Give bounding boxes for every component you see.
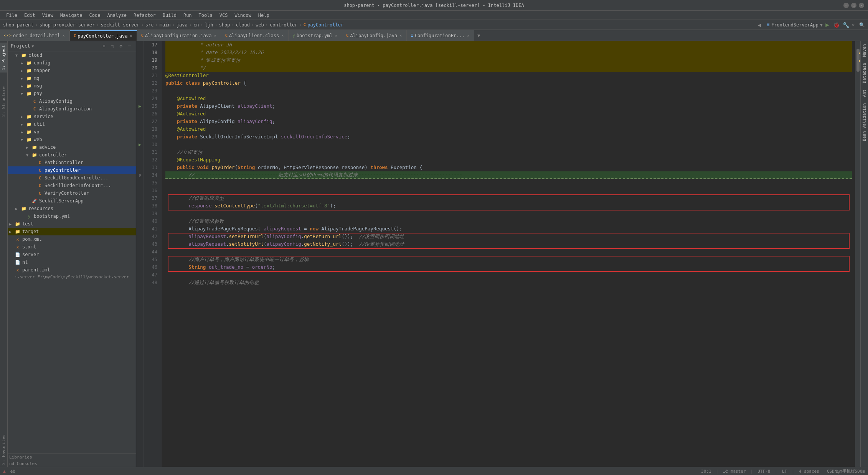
menu-navigate[interactable]: Navigate: [57, 12, 86, 19]
menu-refactor[interactable]: Refactor: [130, 12, 159, 19]
run-gutter-25[interactable]: ▶: [139, 104, 141, 109]
tree-msg[interactable]: ▶ 📁 msg: [8, 82, 136, 90]
tree-vo[interactable]: ▶ 📁 vo: [8, 128, 136, 136]
tab-alipayconfig[interactable]: C AlipayConfig.java ✕: [342, 30, 407, 41]
breadcrumb-cloud[interactable]: cloud: [236, 22, 250, 28]
project-tab-label[interactable]: 1: Project: [0, 43, 7, 72]
tab-close-order-detail[interactable]: ✕: [62, 33, 66, 38]
menu-view[interactable]: View: [39, 12, 56, 19]
tab-paycontroller[interactable]: C payController.java ✕: [70, 30, 137, 41]
tree-resources[interactable]: ▶ 📁 resources: [8, 205, 136, 212]
tree-pathcontroller[interactable]: C PathController: [8, 159, 136, 166]
run-gutter-30[interactable]: ▶: [139, 142, 141, 147]
tree-bootstrap-yml[interactable]: y bootstrap.yml: [8, 212, 136, 220]
menu-vcs[interactable]: VCS: [216, 12, 231, 19]
debug-button[interactable]: 🐞: [833, 22, 840, 28]
panel-close-btn[interactable]: ─: [126, 43, 133, 49]
tab-close-alipay-config2[interactable]: ✕: [399, 33, 403, 38]
code-container[interactable]: ▶ ▶ @: [136, 41, 860, 467]
tree-pay[interactable]: ▼ 📁 pay: [8, 90, 136, 97]
menu-code[interactable]: Code: [86, 12, 104, 19]
tree-libraries[interactable]: Libraries: [8, 454, 136, 460]
breadcrumb-paycontroller[interactable]: payController: [307, 22, 343, 28]
status-linesep[interactable]: LF: [782, 469, 787, 474]
tree-alipayconfiguration[interactable]: C AlipayConfiguration: [8, 105, 136, 113]
tree-s-xml[interactable]: x s.xml: [8, 243, 136, 251]
tree-paycontroller[interactable]: C payController: [8, 166, 136, 174]
tree-seckillgoodcontroller[interactable]: C SeckillGoodControlle...: [8, 174, 136, 182]
tree-alipayconfig[interactable]: C AlipayConfig: [8, 97, 136, 105]
breadcrumb-shop-provider-server[interactable]: shop-provider-server: [40, 22, 95, 28]
tab-close-pay[interactable]: ✕: [129, 33, 133, 38]
breadcrumb-seckill-server[interactable]: seckill-server: [101, 22, 139, 28]
tree-cloud[interactable]: ▼ 📁 cloud: [8, 51, 136, 59]
menu-edit[interactable]: Edit: [21, 12, 38, 19]
panel-sort-btn[interactable]: ⇅: [109, 43, 116, 49]
tree-seckillorderinfocontroller[interactable]: C SeckillOrderInfoContr...: [8, 182, 136, 189]
panel-dropdown[interactable]: ▼: [32, 44, 34, 48]
breadcrumb-ljh[interactable]: ljh: [205, 22, 213, 28]
tab-alipayconfiguration[interactable]: C AlipayConfiguration.java ✕: [137, 30, 221, 41]
back-button[interactable]: ◀: [757, 22, 761, 28]
breadcrumb-src[interactable]: src: [145, 22, 154, 28]
tree-consoles[interactable]: nd Consoles: [8, 460, 136, 467]
tree-mq[interactable]: ▶ 📁 mq: [8, 74, 136, 82]
tab-overflow[interactable]: ▼: [474, 30, 483, 41]
tree-verifycontroller[interactable]: C VerifyController: [8, 189, 136, 197]
maximize-button[interactable]: □: [851, 3, 856, 8]
run-button[interactable]: ▶: [824, 22, 830, 28]
panel-gear-btn[interactable]: ⚙: [117, 43, 124, 49]
menu-analyze[interactable]: Analyze: [104, 12, 130, 19]
breadcrumb-web[interactable]: web: [256, 22, 264, 28]
tab-close-configuration[interactable]: ✕: [466, 33, 470, 38]
tab-close-bootstrap[interactable]: ✕: [334, 33, 338, 38]
breadcrumb-shop-parent[interactable]: shop-parent: [3, 22, 33, 28]
tab-close-alipay-client[interactable]: ✕: [281, 33, 284, 38]
menu-run[interactable]: Run: [180, 12, 195, 19]
status-indent[interactable]: 4 spaces: [799, 469, 819, 474]
tab-configuration[interactable]: I ConfigurationPr... ✕: [407, 30, 474, 41]
tree-web[interactable]: ▼ 📁 web: [8, 136, 136, 143]
tree-util[interactable]: ▶ 📁 util: [8, 120, 136, 128]
tab-close-alipay-config[interactable]: ✕: [213, 33, 217, 38]
menu-help[interactable]: Help: [255, 12, 272, 19]
maven-tab[interactable]: Maven: [861, 41, 868, 60]
bean-validation-tab[interactable]: Bean Validation: [861, 100, 868, 144]
tree-target[interactable]: ▶ 📁 target: [8, 228, 136, 235]
tree-seckillserverapp[interactable]: 🚀 SeckillServerApp: [8, 197, 136, 205]
panel-add-btn[interactable]: ⊕: [101, 43, 107, 49]
tree-server[interactable]: 📄 server: [8, 251, 136, 258]
tree-parent-iml[interactable]: x parent.iml: [8, 266, 136, 274]
status-git[interactable]: ⎇ master: [723, 469, 746, 474]
search-everywhere[interactable]: 🔍: [859, 22, 865, 28]
breadcrumb-main[interactable]: main: [160, 22, 171, 28]
favorites-tab-label[interactable]: 2: Favorites: [0, 432, 7, 467]
tree-advice[interactable]: ▶ 📁 advice: [8, 143, 136, 151]
breadcrumb-cn[interactable]: cn: [193, 22, 199, 28]
tab-bootstrap[interactable]: y bootstrap.yml ✕: [289, 30, 342, 41]
tree-controller[interactable]: ▼ 📁 controller: [8, 151, 136, 159]
scrollbar-vertical[interactable]: [855, 41, 860, 467]
tree-pom-xml[interactable]: x pom.xml: [8, 235, 136, 243]
menu-window[interactable]: Window: [231, 12, 254, 19]
ant-tab[interactable]: Ant: [861, 86, 868, 100]
code-content[interactable]: * author JH * date 2023/2/12 10:26 * 集成支…: [162, 41, 855, 467]
tree-seckill-server-path[interactable]: :-server F:\myCode\mySeckill\websocket-s…: [8, 274, 136, 280]
status-encoding[interactable]: UTF-8: [757, 469, 770, 474]
breadcrumb-java[interactable]: java: [177, 22, 188, 28]
toolbar-more[interactable]: ⚙: [852, 23, 855, 27]
run-config-dropdown[interactable]: ▼: [820, 22, 823, 28]
tree-config[interactable]: ▶ 📁 config: [8, 59, 136, 67]
close-button[interactable]: ✕: [859, 3, 864, 8]
menu-tools[interactable]: Tools: [196, 12, 216, 19]
tab-order-detail[interactable]: </> order_detail.html ✕: [0, 30, 70, 41]
tree-test[interactable]: ▶ 📁 test: [8, 220, 136, 228]
breadcrumb-shop[interactable]: shop: [219, 22, 230, 28]
database-tab[interactable]: Database: [861, 60, 868, 86]
minimize-button[interactable]: ─: [843, 3, 849, 8]
menu-file[interactable]: File: [3, 12, 20, 19]
tab-alipayclient[interactable]: C AlipayClient.class ✕: [221, 30, 289, 41]
tree-mapper[interactable]: ▶ 📁 mapper: [8, 67, 136, 74]
breadcrumb-controller[interactable]: controller: [270, 22, 297, 28]
menu-build[interactable]: Build: [160, 12, 180, 19]
